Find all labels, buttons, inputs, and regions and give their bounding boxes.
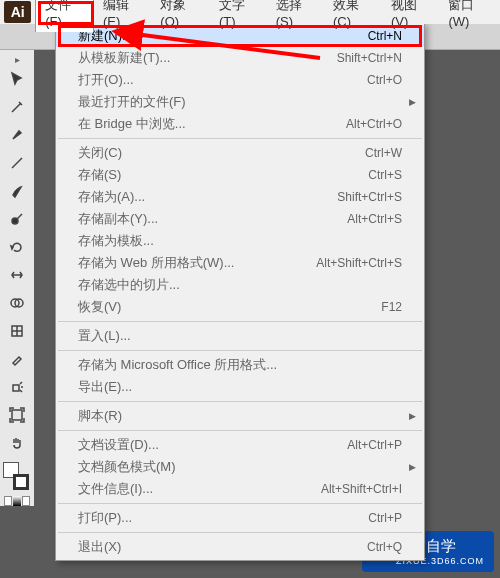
app-icon: Ai xyxy=(4,1,31,23)
artboard-tool[interactable] xyxy=(3,402,31,428)
menu-item-shortcut: Shift+Ctrl+N xyxy=(337,51,402,65)
menu-item-label: 在 Bridge 中浏览... xyxy=(78,115,186,133)
menu-item-label: 恢复(V) xyxy=(78,298,121,316)
magic-wand-tool[interactable] xyxy=(3,94,31,120)
menu-item-shortcut: Ctrl+S xyxy=(368,168,402,182)
menu-item-label: 打开(O)... xyxy=(78,71,134,89)
menu-item-label: 最近打开的文件(F) xyxy=(78,93,186,111)
menu-edit[interactable]: 编辑(E) xyxy=(94,0,151,32)
menu-item-F[interactable]: 最近打开的文件(F) xyxy=(56,91,424,113)
menu-item-shortcut: Alt+Shift+Ctrl+S xyxy=(316,256,402,270)
menu-item-shortcut: Ctrl+O xyxy=(367,73,402,87)
menu-object[interactable]: 对象(O) xyxy=(151,0,210,32)
menu-item-label: 存储为 Microsoft Office 所用格式... xyxy=(78,356,277,374)
menu-item-[interactable]: 存储选中的切片... xyxy=(56,274,424,296)
menu-separator xyxy=(58,430,422,431)
menu-item-P[interactable]: 打印(P)...Ctrl+P xyxy=(56,507,424,529)
svg-rect-4 xyxy=(13,385,19,391)
fill-stroke-swatch[interactable] xyxy=(3,462,31,490)
menu-item-label: 存储副本(Y)... xyxy=(78,210,158,228)
toolbox-collapse[interactable]: ▸ xyxy=(10,54,24,64)
menu-item-label: 脚本(R) xyxy=(78,407,122,425)
eyedropper-tool[interactable] xyxy=(3,346,31,372)
menu-item-R[interactable]: 脚本(R) xyxy=(56,405,424,427)
paintbrush-tool[interactable] xyxy=(3,178,31,204)
menu-item-label: 关闭(C) xyxy=(78,144,122,162)
menu-item-label: 存储为模板... xyxy=(78,232,154,250)
menu-separator xyxy=(58,350,422,351)
menu-effect[interactable]: 效果(C) xyxy=(324,0,382,32)
menu-item-label: 导出(E)... xyxy=(78,378,132,396)
menu-view[interactable]: 视图(V) xyxy=(382,0,439,32)
file-menu-dropdown: 新建(N)...Ctrl+N从模板新建(T)...Shift+Ctrl+N打开(… xyxy=(55,22,425,561)
menu-item-I[interactable]: 文件信息(I)...Alt+Shift+Ctrl+I xyxy=(56,478,424,500)
menu-item-D[interactable]: 文档设置(D)...Alt+Ctrl+P xyxy=(56,434,424,456)
menu-item-L[interactable]: 置入(L)... xyxy=(56,325,424,347)
menu-item-shortcut: Alt+Ctrl+P xyxy=(347,438,402,452)
menu-item-label: 文件信息(I)... xyxy=(78,480,153,498)
menu-separator xyxy=(58,503,422,504)
menu-item-label: 置入(L)... xyxy=(78,327,131,345)
menu-file[interactable]: 文件(F) xyxy=(35,0,94,32)
menu-item-A[interactable]: 存储为(A)...Shift+Ctrl+S xyxy=(56,186,424,208)
menu-item-X[interactable]: 退出(X)Ctrl+Q xyxy=(56,536,424,558)
menu-item-shortcut: Alt+Shift+Ctrl+I xyxy=(321,482,402,496)
menu-item-Bridge[interactable]: 在 Bridge 中浏览...Alt+Ctrl+O xyxy=(56,113,424,135)
menu-item-shortcut: Ctrl+W xyxy=(365,146,402,160)
menu-item-T[interactable]: 从模板新建(T)...Shift+Ctrl+N xyxy=(56,47,424,69)
menu-item-C[interactable]: 关闭(C)Ctrl+W xyxy=(56,142,424,164)
menu-separator xyxy=(58,401,422,402)
menubar: Ai 文件(F) 编辑(E) 对象(O) 文字(T) 选择(S) 效果(C) 视… xyxy=(0,0,500,24)
toolbox: ▸ xyxy=(0,50,34,506)
menu-item-shortcut: Ctrl+Q xyxy=(367,540,402,554)
line-tool[interactable] xyxy=(3,150,31,176)
symbol-sprayer-tool[interactable] xyxy=(3,374,31,400)
menu-item-label: 存储为 Web 所用格式(W)... xyxy=(78,254,234,272)
menu-item-label: 存储(S) xyxy=(78,166,121,184)
menu-item-shortcut: Ctrl+P xyxy=(368,511,402,525)
shape-builder-tool[interactable] xyxy=(3,290,31,316)
menu-item-label: 存储选中的切片... xyxy=(78,276,180,294)
color-mode-row[interactable] xyxy=(4,496,30,506)
menu-item-label: 从模板新建(T)... xyxy=(78,49,170,67)
svg-rect-5 xyxy=(12,410,22,420)
rotate-tool[interactable] xyxy=(3,234,31,260)
menu-item-label: 文档设置(D)... xyxy=(78,436,159,454)
menu-select[interactable]: 选择(S) xyxy=(267,0,324,32)
menu-item-E[interactable]: 导出(E)... xyxy=(56,376,424,398)
menu-item-label: 打印(P)... xyxy=(78,509,132,527)
selection-tool[interactable] xyxy=(3,66,31,92)
menu-item-Y[interactable]: 存储副本(Y)...Alt+Ctrl+S xyxy=(56,208,424,230)
menu-separator xyxy=(58,138,422,139)
menu-item-[interactable]: 存储为模板... xyxy=(56,230,424,252)
width-tool[interactable] xyxy=(3,262,31,288)
menu-item-label: 文档颜色模式(M) xyxy=(78,458,176,476)
menu-item-WebW[interactable]: 存储为 Web 所用格式(W)...Alt+Shift+Ctrl+S xyxy=(56,252,424,274)
menu-item-O[interactable]: 打开(O)...Ctrl+O xyxy=(56,69,424,91)
menu-item-M[interactable]: 文档颜色模式(M) xyxy=(56,456,424,478)
menu-item-MicrosoftOffice[interactable]: 存储为 Microsoft Office 所用格式... xyxy=(56,354,424,376)
pen-tool[interactable] xyxy=(3,122,31,148)
menu-item-S[interactable]: 存储(S)Ctrl+S xyxy=(56,164,424,186)
menu-item-shortcut: Alt+Ctrl+S xyxy=(347,212,402,226)
menu-item-label: 存储为(A)... xyxy=(78,188,145,206)
mesh-tool[interactable] xyxy=(3,318,31,344)
stroke-swatch[interactable] xyxy=(13,474,29,490)
menu-type[interactable]: 文字(T) xyxy=(210,0,267,32)
menu-item-shortcut: Alt+Ctrl+O xyxy=(346,117,402,131)
menu-item-shortcut: F12 xyxy=(381,300,402,314)
menu-item-V[interactable]: 恢复(V)F12 xyxy=(56,296,424,318)
hand-tool[interactable] xyxy=(3,430,31,456)
blob-brush-tool[interactable] xyxy=(3,206,31,232)
menu-item-label: 退出(X) xyxy=(78,538,121,556)
menu-separator xyxy=(58,532,422,533)
menu-window[interactable]: 窗口(W) xyxy=(439,0,500,32)
menu-item-shortcut: Shift+Ctrl+S xyxy=(337,190,402,204)
menu-separator xyxy=(58,321,422,322)
